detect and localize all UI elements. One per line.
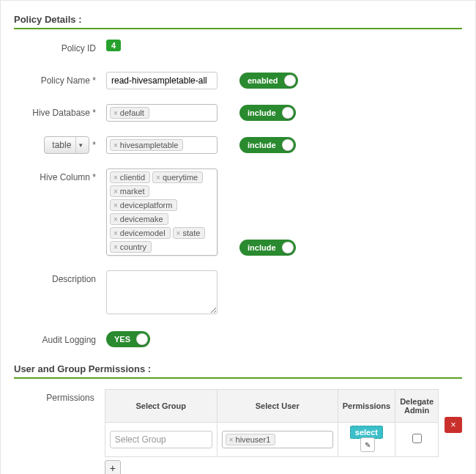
user-group-perms-header: User and Group Permissions : (14, 363, 462, 379)
asterisk: * (92, 136, 96, 154)
chevron-down-icon: ▾ (75, 136, 86, 154)
hive-column-tagbox[interactable]: ×clientid ×querytime ×market ×deviceplat… (106, 169, 217, 256)
col-permissions: Permissions (338, 390, 395, 423)
table-type-select[interactable]: table ▾ (44, 136, 89, 154)
tag-querytime[interactable]: ×querytime (152, 171, 203, 183)
tag-deviceplatform[interactable]: ×deviceplatform (110, 199, 177, 211)
label-policy-id: Policy ID (14, 40, 106, 57)
include-toggle-database[interactable]: include (239, 105, 296, 121)
toggle-knob-icon (282, 107, 294, 119)
row-hive-column: Hive Column * ×clientid ×querytime ×mark… (14, 169, 462, 256)
edit-permission-button[interactable]: ✎ (360, 437, 375, 452)
permissions-table: Select Group Select User Permissions Del… (105, 389, 439, 457)
tag-country[interactable]: ×country (110, 241, 152, 253)
audit-logging-toggle[interactable]: YES (106, 331, 150, 347)
include-toggle-table[interactable]: include (239, 137, 296, 153)
col-select-group: Select Group (105, 390, 217, 423)
close-icon[interactable]: × (114, 243, 118, 251)
row-hive-database: Hive Database * ×default include (14, 104, 462, 122)
table-tagbox[interactable]: ×hivesampletable (106, 136, 217, 154)
close-icon[interactable]: × (114, 201, 118, 210)
close-icon[interactable]: × (114, 174, 118, 182)
col-select-user: Select User (217, 390, 338, 423)
row-description: Description (14, 270, 462, 316)
description-textarea[interactable] (106, 270, 217, 314)
toggle-knob-icon (136, 333, 148, 345)
label-hive-column: Hive Column * (14, 169, 106, 186)
hive-database-tagbox[interactable]: ×default (106, 104, 217, 122)
toggle-knob-icon (284, 75, 296, 86)
tag-hivesampletable[interactable]: ×hivesampletable (110, 139, 183, 151)
label-hive-database: Hive Database * (14, 104, 106, 122)
delegate-admin-checkbox[interactable] (412, 434, 422, 443)
close-icon[interactable]: × (114, 109, 118, 117)
table-row: ×hiveuser1 select ✎ (105, 423, 438, 457)
row-table: table ▾ * ×hivesampletable include (14, 136, 462, 154)
tag-devicemake[interactable]: ×devicemake (110, 213, 168, 225)
close-icon[interactable]: × (114, 229, 118, 237)
row-policy-id: Policy ID 4 (14, 40, 462, 57)
toggle-knob-icon (282, 242, 294, 253)
policy-name-input[interactable] (106, 72, 217, 89)
tag-state[interactable]: ×state (173, 227, 206, 239)
label-description: Description (14, 270, 106, 288)
toggle-knob-icon (282, 139, 294, 151)
label-permissions: Permissions (14, 389, 105, 407)
col-delegate-admin: Delegate Admin (395, 390, 439, 423)
enabled-toggle[interactable]: enabled (239, 73, 298, 89)
include-toggle-column[interactable]: include (239, 240, 296, 256)
close-icon[interactable]: × (114, 141, 118, 149)
tag-clientid[interactable]: ×clientid (110, 171, 150, 183)
close-icon[interactable]: × (114, 215, 118, 223)
delete-row-button[interactable]: × (445, 417, 462, 433)
close-icon[interactable]: × (229, 436, 234, 444)
select-group-input[interactable] (110, 431, 212, 448)
enabled-toggle-label: enabled (242, 76, 284, 85)
policy-id-badge: 4 (106, 40, 121, 51)
tag-hiveuser1[interactable]: ×hiveuser1 (226, 434, 276, 445)
tag-default[interactable]: ×default (110, 107, 149, 119)
policy-details-header: Policy Details : (14, 14, 462, 29)
select-user-tagbox[interactable]: ×hiveuser1 (222, 431, 333, 448)
close-icon[interactable]: × (114, 188, 118, 196)
add-row-button[interactable]: + (105, 460, 121, 474)
label-audit-logging: Audit Logging (14, 331, 106, 349)
row-audit-logging: Audit Logging YES (14, 331, 462, 349)
close-icon[interactable]: × (176, 229, 181, 237)
tag-devicemodel[interactable]: ×devicemodel (110, 227, 171, 239)
row-policy-name: Policy Name * enabled (14, 72, 462, 89)
close-icon[interactable]: × (156, 174, 160, 182)
label-policy-name: Policy Name * (14, 72, 106, 89)
tag-market[interactable]: ×market (110, 185, 149, 197)
